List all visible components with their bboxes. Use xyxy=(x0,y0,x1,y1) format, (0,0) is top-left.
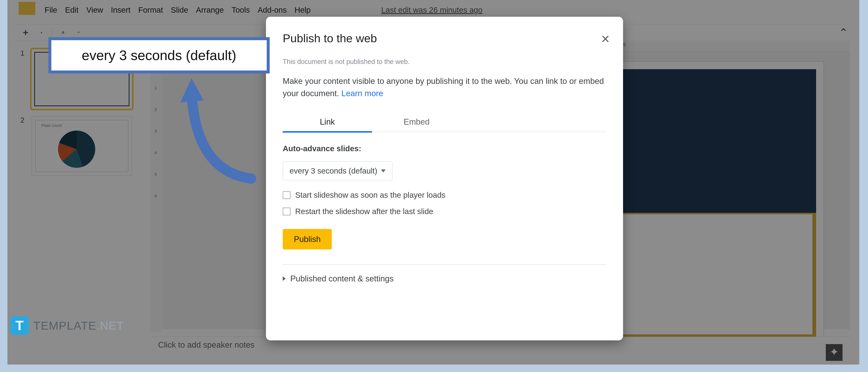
checkbox-restart-label: Restart the slideshow after the last sli… xyxy=(295,207,433,216)
annotation-arrow-icon xyxy=(173,74,266,190)
checkbox-start-label: Start slideshow as soon as the player lo… xyxy=(295,191,445,199)
auto-advance-value: every 3 seconds (default) xyxy=(289,166,377,176)
publish-status-text: This document is not published to the we… xyxy=(283,58,606,66)
tab-link[interactable]: Link xyxy=(283,113,372,133)
checkbox-row-start[interactable]: Start slideshow as soon as the player lo… xyxy=(283,191,606,199)
template-net-watermark: T TEMPLATE.NET xyxy=(10,316,124,335)
watermark-brand: TEMPLATE xyxy=(33,319,96,332)
dialog-description: Make your content visible to anyone by p… xyxy=(283,75,606,99)
dialog-title: Publish to the web xyxy=(283,32,606,45)
dialog-divider xyxy=(283,264,606,265)
watermark-icon: T xyxy=(10,316,29,335)
tab-embed[interactable]: Embed xyxy=(372,113,461,132)
checkbox-restart-slideshow[interactable] xyxy=(283,208,290,215)
learn-more-link[interactable]: Learn more xyxy=(341,89,383,98)
auto-advance-label: Auto-advance slides: xyxy=(283,144,606,153)
annotation-callout: every 3 seconds (default) xyxy=(49,37,270,73)
publish-button[interactable]: Publish xyxy=(283,229,332,249)
published-content-label: Published content & settings xyxy=(290,274,394,283)
dialog-desc-text: Make your content visible to anyone by p… xyxy=(283,76,604,98)
expand-triangle-icon xyxy=(283,276,286,281)
dropdown-caret-icon xyxy=(381,169,385,173)
callout-text: every 3 seconds (default) xyxy=(82,48,237,63)
dialog-tabs: Link Embed xyxy=(283,113,606,132)
svg-marker-0 xyxy=(180,78,204,102)
close-icon[interactable]: ✕ xyxy=(601,33,610,45)
watermark-text: TEMPLATE.NET xyxy=(33,319,124,332)
published-content-settings[interactable]: Published content & settings xyxy=(283,274,606,283)
checkbox-start-slideshow[interactable] xyxy=(283,191,290,199)
checkbox-row-restart[interactable]: Restart the slideshow after the last sli… xyxy=(283,207,606,216)
publish-dialog: ✕ Publish to the web This document is no… xyxy=(266,17,623,340)
watermark-suffix: .NET xyxy=(96,319,124,332)
auto-advance-select[interactable]: every 3 seconds (default) xyxy=(283,161,393,180)
